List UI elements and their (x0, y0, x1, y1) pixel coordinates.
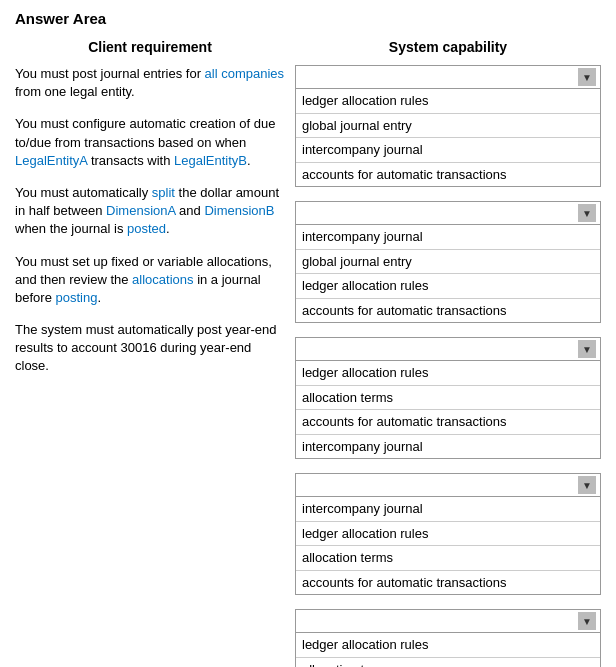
dropdown-item-3-0[interactable]: intercompany journal (296, 497, 600, 521)
dropdown-section-2: ▼ledger allocation rulesallocation terms… (295, 337, 601, 459)
requirement-highlight: posting (55, 290, 97, 305)
dropdown-section-4: ▼ledger allocation rulesallocation terms… (295, 609, 601, 667)
dropdown-section-1: ▼intercompany journalglobal journal entr… (295, 201, 601, 323)
dropdown-item-2-0[interactable]: ledger allocation rules (296, 361, 600, 385)
requirement-highlight: split (152, 185, 175, 200)
requirement-highlight: DimensionB (204, 203, 274, 218)
requirement-plain: transacts with (87, 153, 174, 168)
requirement-plain: You must configure automatic creation of… (15, 116, 275, 149)
dropdown-item-2-1[interactable]: allocation terms (296, 385, 600, 410)
dropdown-item-1-3[interactable]: accounts for automatic transactions (296, 298, 600, 323)
requirement-plain: You must post journal entries for (15, 66, 205, 81)
dropdown-item-0-1[interactable]: global journal entry (296, 113, 600, 138)
dropdown-list-3: intercompany journalledger allocation ru… (295, 497, 601, 595)
requirement-highlight: all companies (205, 66, 285, 81)
requirement-highlight: posted (127, 221, 166, 236)
right-column-header: System capability (295, 39, 601, 55)
dropdown-list-2: ledger allocation rulesallocation termsa… (295, 361, 601, 459)
dropdown-arrow-icon-4[interactable]: ▼ (578, 612, 596, 630)
dropdown-item-4-1[interactable]: allocation terms (296, 657, 600, 668)
dropdown-item-0-0[interactable]: ledger allocation rules (296, 89, 600, 113)
requirement-row-2: You must automatically split the dollar … (15, 184, 285, 239)
requirement-highlight: LegalEntityB (174, 153, 247, 168)
dropdown-section-3: ▼intercompany journalledger allocation r… (295, 473, 601, 595)
dropdown-section-0: ▼ledger allocation rulesglobal journal e… (295, 65, 601, 187)
page-title: Answer Area (15, 10, 601, 27)
dropdown-item-4-0[interactable]: ledger allocation rules (296, 633, 600, 657)
dropdown-item-3-2[interactable]: allocation terms (296, 545, 600, 570)
requirement-plain: . (97, 290, 101, 305)
requirement-plain: You must automatically (15, 185, 152, 200)
dropdown-header-1[interactable]: ▼ (295, 201, 601, 225)
requirement-row-4: The system must automatically post year-… (15, 321, 285, 376)
dropdown-arrow-icon-3[interactable]: ▼ (578, 476, 596, 494)
requirement-plain: and (175, 203, 204, 218)
dropdown-header-3[interactable]: ▼ (295, 473, 601, 497)
requirement-row-0: You must post journal entries for all co… (15, 65, 285, 101)
dropdown-list-1: intercompany journalglobal journal entry… (295, 225, 601, 323)
requirement-plain: . (247, 153, 251, 168)
dropdown-item-1-2[interactable]: ledger allocation rules (296, 273, 600, 298)
requirement-highlight: DimensionA (106, 203, 175, 218)
requirement-highlight: LegalEntityA (15, 153, 87, 168)
requirement-row-1: You must configure automatic creation of… (15, 115, 285, 170)
dropdown-header-2[interactable]: ▼ (295, 337, 601, 361)
requirement-plain: when the journal is (15, 221, 127, 236)
dropdown-header-4[interactable]: ▼ (295, 609, 601, 633)
dropdown-header-0[interactable]: ▼ (295, 65, 601, 89)
left-column-header: Client requirement (15, 39, 285, 55)
requirement-plain: . (166, 221, 170, 236)
dropdown-item-3-3[interactable]: accounts for automatic transactions (296, 570, 600, 595)
dropdown-arrow-icon-2[interactable]: ▼ (578, 340, 596, 358)
dropdown-item-1-1[interactable]: global journal entry (296, 249, 600, 274)
requirement-highlight: allocations (132, 272, 193, 287)
dropdown-list-0: ledger allocation rulesglobal journal en… (295, 89, 601, 187)
requirement-row-3: You must set up fixed or variable alloca… (15, 253, 285, 308)
dropdown-item-2-2[interactable]: accounts for automatic transactions (296, 409, 600, 434)
requirement-plain: The system must automatically post year-… (15, 322, 277, 373)
dropdown-arrow-icon-0[interactable]: ▼ (578, 68, 596, 86)
dropdown-item-0-2[interactable]: intercompany journal (296, 137, 600, 162)
dropdown-item-3-1[interactable]: ledger allocation rules (296, 521, 600, 546)
dropdown-item-1-0[interactable]: intercompany journal (296, 225, 600, 249)
dropdown-item-2-3[interactable]: intercompany journal (296, 434, 600, 459)
dropdown-arrow-icon-1[interactable]: ▼ (578, 204, 596, 222)
dropdown-list-4: ledger allocation rulesallocation termsa… (295, 633, 601, 667)
requirement-plain: from one legal entity. (15, 84, 135, 99)
dropdown-item-0-3[interactable]: accounts for automatic transactions (296, 162, 600, 187)
